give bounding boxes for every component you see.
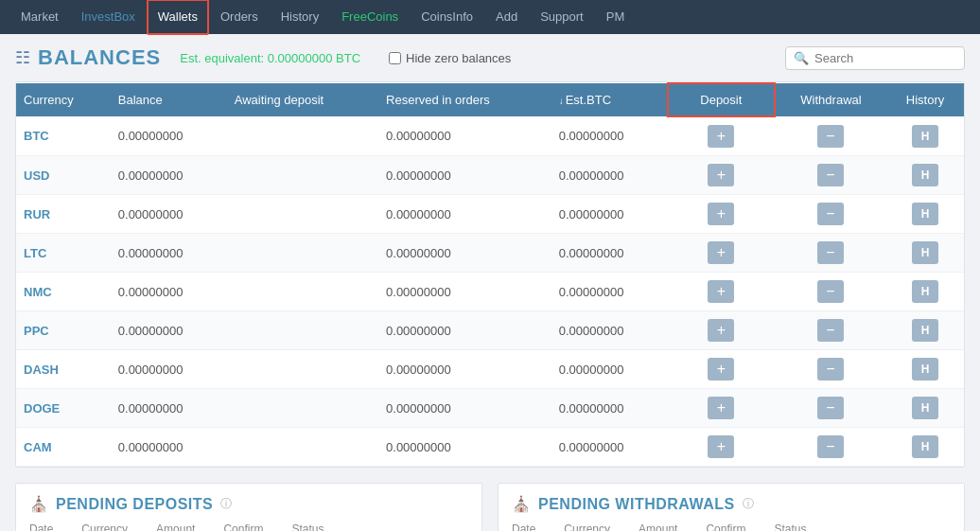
cell-withdrawal: − xyxy=(775,389,886,428)
withdrawal-button[interactable]: − xyxy=(817,241,844,264)
deposits-cols: Date Currency Amount Confirm Status xyxy=(29,522,468,531)
cell-currency[interactable]: BTC xyxy=(16,116,111,156)
nav-market[interactable]: Market xyxy=(9,0,70,34)
history-button[interactable]: H xyxy=(912,397,938,419)
table-body: BTC 0.00000000 0.00000000 0.00000000 + −… xyxy=(16,116,964,467)
history-button[interactable]: H xyxy=(912,203,938,225)
hide-zero-checkbox[interactable] xyxy=(389,52,401,64)
history-button[interactable]: H xyxy=(912,435,938,458)
withdrawals-info-icon[interactable]: ⓘ xyxy=(743,496,754,512)
cell-history: H xyxy=(886,234,964,273)
nav-coinsinfo[interactable]: CoinsInfo xyxy=(410,0,484,34)
deposit-button[interactable]: + xyxy=(708,164,734,186)
cell-currency[interactable]: NMC xyxy=(16,273,111,311)
nav-history[interactable]: History xyxy=(270,0,330,34)
nav-pm[interactable]: PM xyxy=(595,0,637,34)
cell-reserved: 0.00000000 xyxy=(378,195,551,234)
deposit-button[interactable]: + xyxy=(708,397,734,419)
cell-currency[interactable]: LTC xyxy=(16,234,111,273)
balances-header: ☷ BALANCES Est. equivalent: 0.00000000 B… xyxy=(15,45,965,70)
deposit-button[interactable]: + xyxy=(708,358,734,381)
search-box[interactable]: 🔍 xyxy=(785,46,965,70)
nav-orders[interactable]: Orders xyxy=(209,0,270,34)
cell-withdrawal: − xyxy=(775,195,886,234)
cell-estbtc: 0.00000000 xyxy=(551,350,668,389)
nav-freecoins[interactable]: FreeCoins xyxy=(330,0,410,34)
history-button[interactable]: H xyxy=(912,125,938,148)
table-row: NMC 0.00000000 0.00000000 0.00000000 + −… xyxy=(16,273,964,311)
deposit-button[interactable]: + xyxy=(708,435,734,458)
cell-balance: 0.00000000 xyxy=(111,273,227,311)
withdrawal-button[interactable]: − xyxy=(817,435,844,458)
nav-add[interactable]: Add xyxy=(484,0,529,34)
balances-table: Currency Balance Awaiting deposit Reserv… xyxy=(16,82,964,467)
col-balance: Balance xyxy=(111,83,227,116)
deposit-button[interactable]: + xyxy=(708,241,734,264)
deposit-button[interactable]: + xyxy=(708,203,734,225)
balances-icon: ☷ xyxy=(15,47,30,68)
cell-awaiting xyxy=(227,389,378,428)
deposits-icon: ⛪ xyxy=(29,495,48,513)
cell-balance: 0.00000000 xyxy=(111,195,227,234)
cell-currency[interactable]: USD xyxy=(16,156,111,195)
wd-col-confirm: Confirm xyxy=(706,522,745,531)
col-reserved: Reserved in orders xyxy=(378,83,551,116)
history-button[interactable]: H xyxy=(912,164,938,186)
history-button[interactable]: H xyxy=(912,319,938,342)
cell-currency[interactable]: PPC xyxy=(16,311,111,350)
pending-withdrawals-panel: ⛪ PENDING WITHDRAWALS ⓘ Date Currency Am… xyxy=(498,483,965,531)
deposit-button[interactable]: + xyxy=(708,280,734,303)
withdrawal-button[interactable]: − xyxy=(817,125,844,148)
cell-awaiting xyxy=(227,156,378,195)
history-button[interactable]: H xyxy=(912,358,938,381)
cell-deposit: + xyxy=(668,311,775,350)
cell-awaiting xyxy=(227,311,378,350)
cell-history: H xyxy=(886,195,964,234)
cell-currency[interactable]: RUR xyxy=(16,195,111,234)
history-button[interactable]: H xyxy=(912,241,938,264)
table-row: CAM 0.00000000 0.00000000 0.00000000 + −… xyxy=(16,428,964,467)
cell-withdrawal: − xyxy=(775,350,886,389)
withdrawal-button[interactable]: − xyxy=(817,397,844,419)
deposits-info-icon[interactable]: ⓘ xyxy=(220,496,232,512)
cell-deposit: + xyxy=(668,195,775,234)
col-awaiting: Awaiting deposit xyxy=(227,83,378,116)
withdrawal-button[interactable]: − xyxy=(817,280,844,303)
cell-balance: 0.00000000 xyxy=(111,389,227,428)
withdrawal-button[interactable]: − xyxy=(817,358,844,381)
wd-col-currency: Currency xyxy=(564,522,610,531)
cell-deposit: + xyxy=(668,156,775,195)
cell-reserved: 0.00000000 xyxy=(378,156,551,195)
wd-col-amount: Amount xyxy=(639,522,677,531)
cell-currency[interactable]: DOGE xyxy=(16,389,111,428)
search-input[interactable] xyxy=(814,51,956,65)
cell-currency[interactable]: DASH xyxy=(16,350,111,389)
nav-support[interactable]: Support xyxy=(529,0,595,34)
withdrawal-button[interactable]: − xyxy=(817,164,844,186)
history-button[interactable]: H xyxy=(912,280,938,303)
cell-withdrawal: − xyxy=(775,156,886,195)
withdrawal-button[interactable]: − xyxy=(817,319,844,342)
deposit-button[interactable]: + xyxy=(708,319,734,342)
cell-history: H xyxy=(886,156,964,195)
cell-history: H xyxy=(886,428,964,467)
withdrawal-button[interactable]: − xyxy=(817,203,844,225)
cell-estbtc: 0.00000000 xyxy=(551,428,668,467)
bottom-panels: ⛪ PENDING DEPOSITS ⓘ Date Currency Amoun… xyxy=(15,483,965,531)
cell-balance: 0.00000000 xyxy=(111,234,227,273)
nav-wallets[interactable]: Wallets xyxy=(147,0,209,35)
table-row: USD 0.00000000 0.00000000 0.00000000 + −… xyxy=(16,156,964,195)
table-row: LTC 0.00000000 0.00000000 0.00000000 + −… xyxy=(16,234,964,273)
col-currency: Currency xyxy=(16,83,111,116)
cell-deposit: + xyxy=(668,273,775,311)
cell-estbtc: 0.00000000 xyxy=(551,195,668,234)
withdrawals-icon: ⛪ xyxy=(512,495,531,513)
hide-zero-label[interactable]: Hide zero balances xyxy=(389,51,511,65)
search-icon: 🔍 xyxy=(794,51,809,65)
nav-investbox[interactable]: InvestBox xyxy=(70,0,147,34)
col-deposit: Deposit xyxy=(668,83,775,116)
cell-deposit: + xyxy=(668,428,775,467)
deposit-button[interactable]: + xyxy=(708,125,734,148)
cell-reserved: 0.00000000 xyxy=(378,350,551,389)
cell-currency[interactable]: CAM xyxy=(16,428,111,467)
